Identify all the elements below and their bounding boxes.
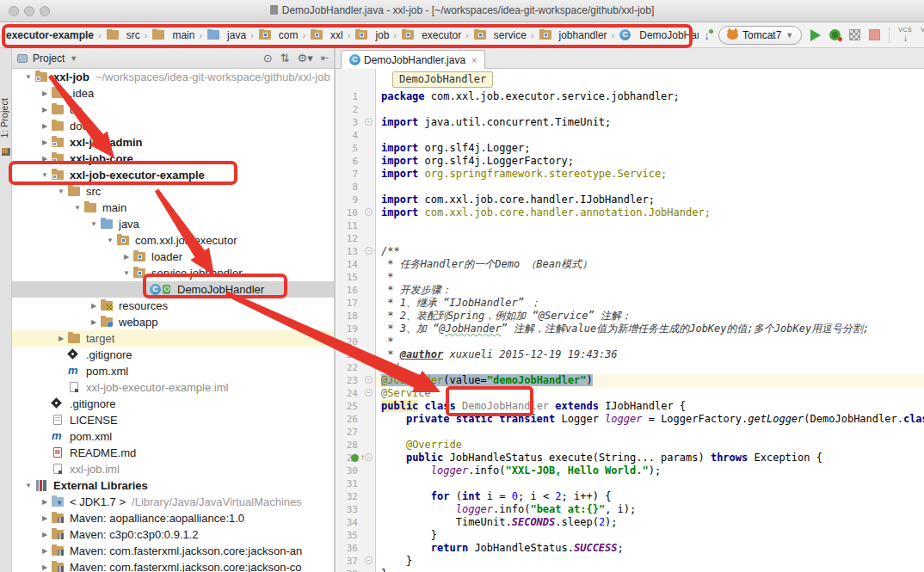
tree-row[interactable]: .gitignore <box>12 396 334 412</box>
chevron-down-icon[interactable]: ▼ <box>88 220 100 228</box>
chevron-right-icon[interactable]: ▶ <box>39 563 51 571</box>
tree-row[interactable]: mpom.xml <box>12 428 334 445</box>
tree-row[interactable]: ▶Maven: com.fasterxml.jackson.core:jacks… <box>12 559 334 572</box>
tree-row[interactable]: ▼xxl-job~/workspaces/idea-git-workspace/… <box>12 69 334 85</box>
tree-row[interactable]: ▶Maven: c3p0:c3p0:0.9.1.2 <box>12 526 334 543</box>
editor-tab[interactable]: C DemoJobHandler.java × <box>341 50 485 69</box>
tree-row[interactable]: ▼service.jobhandler <box>12 265 334 281</box>
breadcrumb-item-demojobhandler[interactable]: CDemoJobHandler <box>619 29 699 41</box>
tree-row[interactable]: ▼src <box>12 183 334 200</box>
breadcrumb-item-executor[interactable]: executor <box>401 29 461 41</box>
gear-icon[interactable]: ⚙▾ <box>298 52 313 65</box>
breadcrumb-item-executor-example[interactable]: executor-example <box>3 29 94 41</box>
chevron-down-icon[interactable]: ▼ <box>22 73 34 81</box>
chevron-down-icon[interactable]: ▼ <box>55 188 67 195</box>
chevron-right-icon[interactable]: ▶ <box>39 155 51 163</box>
tree-row[interactable]: ▶target <box>12 330 334 347</box>
tree-row[interactable]: ▼xxl-job-executor-example <box>12 167 334 183</box>
tree-row-label: DemoJobHandler <box>177 283 264 296</box>
fold-marker-icon[interactable]: − <box>365 118 373 126</box>
chevron-down-icon[interactable]: ▼ <box>39 171 51 179</box>
tree-row[interactable]: xxl-job.iml <box>12 461 334 477</box>
coverage-button[interactable] <box>849 29 860 40</box>
code-line: @JobHander(value="demoJobHandler") <box>376 374 924 387</box>
chevron-down-icon[interactable]: ▼ <box>70 54 77 63</box>
tree-row[interactable]: ▼External Libraries <box>12 477 334 494</box>
tree-row[interactable]: ▶xxl-job-core <box>12 151 334 167</box>
tree-row[interactable]: .gitignore <box>12 347 334 363</box>
tree-row[interactable]: ▼com.xxl.job.executor <box>12 232 334 249</box>
run-button[interactable] <box>810 29 821 41</box>
chevron-right-icon[interactable]: ▶ <box>39 89 51 97</box>
tree-row-label: pom.xml <box>86 365 128 378</box>
chevron-down-icon[interactable]: ▼ <box>120 269 132 277</box>
tree-row[interactable]: LICENSE <box>12 412 334 428</box>
vcs-update-button[interactable]: VCS ↓ <box>898 27 912 43</box>
tree-row[interactable]: mpom.xml <box>12 363 334 379</box>
fold-marker-icon[interactable]: − <box>365 453 373 461</box>
breadcrumb-item-main[interactable]: main <box>151 29 194 41</box>
tree-row[interactable]: ▶xxl-job-admin <box>12 134 334 151</box>
debug-button[interactable] <box>829 29 841 40</box>
breadcrumb-item-xxl[interactable]: xxl <box>310 29 343 41</box>
breadcrumb-separator: › <box>531 30 534 40</box>
fold-marker-icon[interactable]: − <box>365 557 373 564</box>
chevron-down-icon[interactable]: ▼ <box>22 482 34 489</box>
scroll-to-source-icon[interactable]: ⊙ <box>263 52 273 65</box>
tree-row[interactable]: README.md <box>12 445 334 461</box>
chevron-down-icon[interactable]: ▼ <box>71 204 83 212</box>
project-tool-window-button[interactable]: 1: Project <box>0 98 9 138</box>
breadcrumb-item-jobhandler[interactable]: jobhandler <box>539 29 607 41</box>
fold-marker-icon[interactable]: − <box>365 376 373 384</box>
chevron-right-icon[interactable]: ▶ <box>39 106 51 114</box>
code-editor[interactable]: package com.xxl.job.executor.service.job… <box>376 69 924 572</box>
tree-row[interactable]: ▶db <box>12 101 334 118</box>
chevron-right-icon[interactable]: ▶ <box>39 547 51 555</box>
chevron-right-icon[interactable]: ▶ <box>39 122 51 130</box>
breadcrumb-item-src[interactable]: src <box>106 29 140 41</box>
tree-row[interactable]: ▶resources <box>12 298 334 314</box>
fold-marker-icon[interactable]: − <box>365 247 373 255</box>
tree-row[interactable]: ▶Maven: aopalliance:aopalliance:1.0 <box>12 510 334 526</box>
breadcrumb-separator: › <box>302 30 305 40</box>
update-application-icon[interactable]: ↓ <box>704 28 710 42</box>
run-configuration-select[interactable]: Tomcat7 ▼ <box>718 26 802 45</box>
tree-row[interactable]: ▼java <box>12 216 334 232</box>
tree-row[interactable]: ▶.idea <box>12 85 334 101</box>
stop-button[interactable] <box>869 29 880 40</box>
overriding-method-icon[interactable] <box>351 454 359 462</box>
tree-row[interactable]: ▶webapp <box>12 314 334 330</box>
tree-row[interactable]: CDemoJobHandler <box>12 281 334 298</box>
code-line: */ <box>376 361 924 374</box>
tree-row[interactable]: xxl-job-executor-example.iml <box>12 379 334 396</box>
close-icon[interactable]: × <box>471 55 477 65</box>
chevron-right-icon[interactable]: ▶ <box>39 138 51 146</box>
breadcrumb-item-java[interactable]: java <box>206 29 246 41</box>
line-number: 26 <box>336 413 375 426</box>
hide-panel-icon[interactable]: ⇤ <box>321 52 329 64</box>
chevron-down-icon[interactable]: ▼ <box>104 237 116 244</box>
tree-row[interactable]: ▶loader <box>12 249 334 265</box>
editor-gutter[interactable]: 1234567891011121314151617181920212223242… <box>336 69 376 572</box>
chevron-right-icon[interactable]: ▶ <box>55 335 67 342</box>
breadcrumb-item-service[interactable]: service <box>473 29 527 41</box>
chevron-right-icon[interactable]: ▶ <box>39 531 51 538</box>
tree-row[interactable]: ▼main <box>12 200 334 216</box>
breadcrumb-separator: › <box>393 30 397 40</box>
line-number: 33 <box>336 503 375 516</box>
tree-row[interactable]: ▶Maven: com.fasterxml.jackson.core:jacks… <box>12 543 334 559</box>
chevron-right-icon[interactable]: ▶ <box>39 514 51 522</box>
tree-row[interactable]: ▶▾< JDK1.7 >/Library/Java/JavaVirtualMac… <box>12 494 334 510</box>
vcs-commit-button[interactable]: VCS ↑ <box>921 27 924 43</box>
breadcrumb-item-job[interactable]: job <box>354 29 389 41</box>
folder-blue-icon <box>206 29 221 40</box>
collapse-all-icon[interactable]: ⇅ <box>280 52 290 65</box>
chevron-right-icon[interactable]: ▶ <box>120 253 132 261</box>
chevron-right-icon[interactable]: ▶ <box>39 498 51 506</box>
breadcrumb-item-com[interactable]: com <box>258 29 299 41</box>
fold-marker-icon[interactable]: − <box>365 208 373 216</box>
chevron-right-icon[interactable]: ▶ <box>88 318 100 326</box>
fold-marker-icon[interactable]: − <box>365 389 373 397</box>
tree-row[interactable]: ▶doc <box>12 118 334 134</box>
chevron-right-icon[interactable]: ▶ <box>88 302 100 310</box>
